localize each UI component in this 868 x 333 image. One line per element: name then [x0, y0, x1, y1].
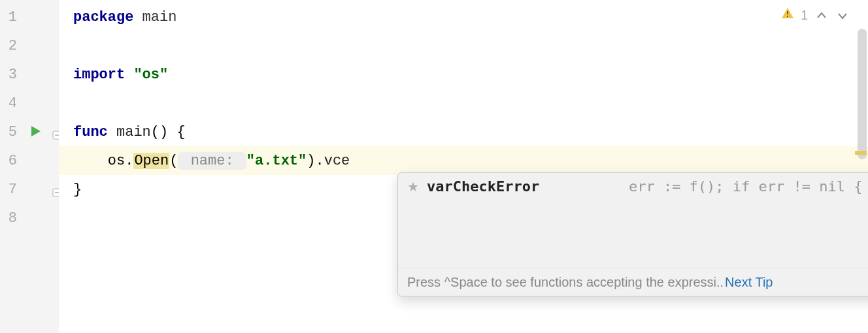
- punctuation: {: [168, 124, 185, 140]
- prev-highlight-icon[interactable]: [814, 8, 829, 23]
- line-number: 3: [0, 67, 20, 83]
- line-number: 5: [0, 124, 20, 140]
- line-number: 7: [0, 182, 20, 198]
- gutter: 1 2 3 4 5 6 7 8: [0, 0, 59, 333]
- line-number: 8: [0, 210, 20, 227]
- identifier: main: [108, 124, 151, 140]
- next-tip-link[interactable]: Next Tip: [725, 275, 773, 290]
- punctuation: .: [315, 153, 324, 169]
- inspection-widget[interactable]: 1: [781, 7, 850, 24]
- line-number: 6: [0, 153, 20, 169]
- punctuation: (: [169, 153, 178, 169]
- code-line[interactable]: [59, 89, 868, 118]
- completion-hint-text: Press ^Space to see functions accepting …: [407, 275, 724, 290]
- code-line[interactable]: import "os": [59, 60, 868, 89]
- completion-item[interactable]: ★ varCheckError err := f(); if err != ni…: [398, 173, 868, 200]
- warning-icon[interactable]: [781, 7, 794, 24]
- keyword: package: [73, 9, 133, 25]
- keyword: func: [73, 124, 108, 140]
- run-gutter-icon[interactable]: [30, 125, 42, 142]
- line-number: 1: [0, 9, 20, 25]
- gutter-row: 4: [0, 89, 58, 118]
- completion-signature: err := f(); if err != nil { retu…: [629, 178, 868, 195]
- punctuation: (): [151, 124, 168, 140]
- code-area[interactable]: 1 package main import "os" func main() {…: [59, 0, 868, 333]
- keyword: import: [73, 67, 125, 83]
- gutter-row: 7: [0, 175, 58, 204]
- identifier: os: [108, 153, 125, 169]
- svg-rect-7: [787, 16, 788, 17]
- punctuation: ): [307, 153, 315, 169]
- next-highlight-icon[interactable]: [835, 8, 850, 23]
- gutter-row: 2: [0, 31, 58, 60]
- completion-name: varCheckError: [427, 178, 539, 195]
- code-line-current[interactable]: os.Open( name: "a.txt").vce: [59, 146, 868, 175]
- identifier-highlighted: Open: [133, 153, 169, 169]
- parameter-hint: name:: [178, 152, 246, 170]
- punctuation: }: [73, 182, 82, 198]
- gutter-row: 3: [0, 60, 58, 89]
- identifier: main: [133, 9, 176, 25]
- template-star-icon: ★: [407, 179, 419, 195]
- code-line[interactable]: func main() {: [59, 118, 868, 146]
- gutter-row: 1: [0, 3, 58, 31]
- code-line[interactable]: package main: [59, 3, 868, 31]
- line-number: 4: [0, 95, 20, 112]
- completion-list-spacer: [398, 200, 868, 268]
- string-literal: "a.txt": [246, 153, 307, 169]
- vertical-scrollbar[interactable]: [858, 29, 867, 159]
- error-stripe-mark[interactable]: [855, 151, 867, 155]
- line-number: 2: [0, 38, 20, 54]
- svg-rect-6: [787, 11, 788, 14]
- warning-count: 1: [801, 8, 808, 23]
- code-editor: 1 2 3 4 5 6 7 8 1: [0, 0, 868, 333]
- gutter-row: 8: [0, 204, 58, 232]
- gutter-row: 5: [0, 118, 58, 146]
- code-line[interactable]: [59, 31, 868, 60]
- completion-popup: ★ varCheckError err := f(); if err != ni…: [397, 172, 868, 296]
- indent: [73, 153, 108, 169]
- string-literal: "os": [125, 67, 168, 83]
- postfix-input: vce: [324, 153, 350, 169]
- punctuation: .: [125, 153, 133, 169]
- svg-marker-0: [31, 126, 41, 136]
- completion-footer: Press ^Space to see functions accepting …: [398, 268, 868, 296]
- gutter-row: 6: [0, 146, 58, 175]
